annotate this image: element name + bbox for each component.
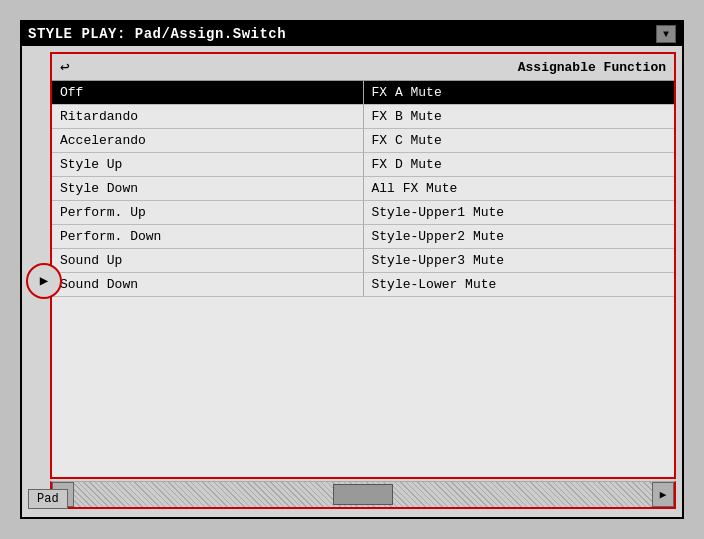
table-cell-right: All FX Mute (364, 177, 675, 200)
table-cell-left: Ritardando (52, 105, 364, 128)
table-cell-left: Perform. Down (52, 225, 364, 248)
table-cell-right: FX D Mute (364, 153, 675, 176)
popup-header: ↩ Assignable Function (52, 54, 674, 81)
pad-button[interactable]: Pad (28, 489, 68, 509)
popup-title: Assignable Function (78, 60, 666, 75)
title-dropdown-button[interactable]: ▼ (656, 25, 676, 43)
title-bar: STYLE PLAY: Pad/Assign.Switch ▼ (22, 22, 682, 46)
table-cell-left: Off (52, 81, 364, 104)
table-row[interactable]: Perform. DownStyle-Upper2 Mute (52, 225, 674, 249)
table-cell-right: Style-Upper1 Mute (364, 201, 675, 224)
table-area: OffFX A MuteRitardandoFX B MuteAcceleran… (52, 81, 674, 477)
bottom-bar: Pad (28, 489, 676, 509)
table-cell-left: Style Up (52, 153, 364, 176)
back-icon: ↩ (60, 57, 70, 77)
table-row[interactable]: OffFX A Mute (52, 81, 674, 105)
table-cell-right: FX A Mute (364, 81, 675, 104)
popup-box: ↩ Assignable Function OffFX A MuteRitard… (50, 52, 676, 479)
table-cell-left: Sound Down (52, 273, 364, 296)
table-row[interactable]: Perform. UpStyle-Upper1 Mute (52, 201, 674, 225)
main-window: STYLE PLAY: Pad/Assign.Switch ▼ ↩ Assign… (20, 20, 684, 519)
table-cell-right: Style-Lower Mute (364, 273, 675, 296)
table-cell-right: FX C Mute (364, 129, 675, 152)
table-cell-left: Style Down (52, 177, 364, 200)
table-cell-left: Perform. Up (52, 201, 364, 224)
content-area: ↩ Assignable Function OffFX A MuteRitard… (22, 46, 682, 515)
left-nav-button[interactable] (26, 263, 62, 299)
table-row[interactable]: Sound UpStyle-Upper3 Mute (52, 249, 674, 273)
table-row[interactable]: AccelerandoFX C Mute (52, 129, 674, 153)
table-cell-right: Style-Upper3 Mute (364, 249, 675, 272)
table-row[interactable]: Sound DownStyle-Lower Mute (52, 273, 674, 297)
table-cell-left: Accelerando (52, 129, 364, 152)
table-row[interactable]: Style UpFX D Mute (52, 153, 674, 177)
table-cell-left: Sound Up (52, 249, 364, 272)
title-text: STYLE PLAY: Pad/Assign.Switch (28, 26, 286, 42)
table-row[interactable]: RitardandoFX B Mute (52, 105, 674, 129)
table-row[interactable]: Style DownAll FX Mute (52, 177, 674, 201)
main-panel: ↩ Assignable Function OffFX A MuteRitard… (28, 52, 676, 509)
table-cell-right: Style-Upper2 Mute (364, 225, 675, 248)
table-cell-right: FX B Mute (364, 105, 675, 128)
